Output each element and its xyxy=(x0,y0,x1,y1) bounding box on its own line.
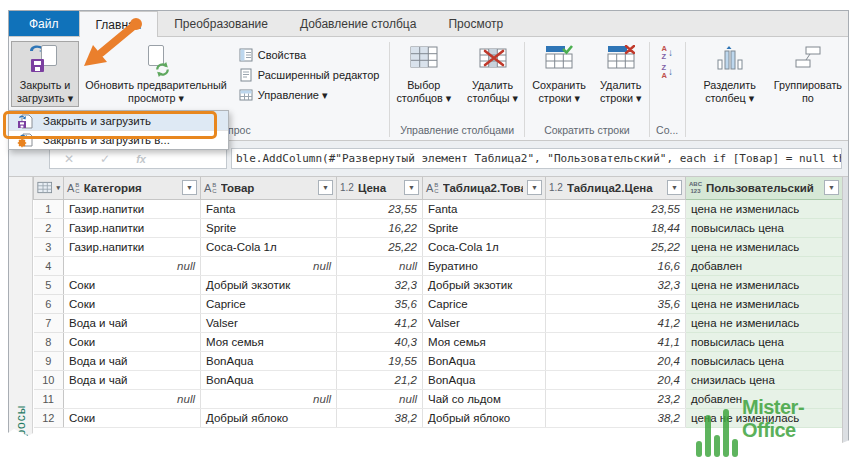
cell[interactable]: null xyxy=(201,389,337,408)
table-corner-button[interactable]: ▾ xyxy=(34,177,64,199)
cell[interactable]: цена не изменилась xyxy=(686,294,843,313)
cell[interactable]: 32,3 xyxy=(337,275,423,294)
refresh-preview-button[interactable]: Обновить предварительный просмотр ▾ xyxy=(79,41,233,107)
cell[interactable]: 19,55 xyxy=(337,351,423,370)
cancel-formula-icon[interactable]: ✕ xyxy=(64,152,74,166)
cell[interactable]: Чай со льдом xyxy=(423,389,546,408)
cell[interactable]: цена не изменилась xyxy=(686,237,843,256)
cell[interactable]: BonAqua xyxy=(423,351,546,370)
row-number[interactable]: 5 xyxy=(34,275,64,294)
cell[interactable]: Valser xyxy=(423,313,546,332)
cell[interactable]: 23,55 xyxy=(546,199,686,218)
row-number[interactable]: 10 xyxy=(34,370,64,389)
cell[interactable]: повысилась цена xyxy=(686,332,843,351)
cell[interactable]: добавлен xyxy=(686,256,843,275)
cell[interactable]: 35,6 xyxy=(546,294,686,313)
cell[interactable]: добавлен xyxy=(686,389,843,408)
cell[interactable]: BonAqua xyxy=(201,351,337,370)
cell[interactable]: Coca-Cola 1л xyxy=(423,237,546,256)
column-header[interactable]: ABC123Пользовательский▼ xyxy=(686,177,843,199)
cell[interactable]: 38,2 xyxy=(546,408,686,427)
queries-pane-collapsed[interactable]: Запросы xyxy=(9,177,33,459)
cell[interactable]: BonAqua xyxy=(423,370,546,389)
tab-transform[interactable]: Преобразование xyxy=(158,11,284,36)
cell[interactable]: 20,4 xyxy=(546,351,686,370)
cell[interactable]: 41,1 xyxy=(546,332,686,351)
cell[interactable]: Coca-Cola 1л xyxy=(201,237,337,256)
advanced-editor-button[interactable]: Расширенный редактор xyxy=(235,65,384,85)
choose-columns-button[interactable]: Выбор столбцов ▾ xyxy=(390,41,457,107)
cell[interactable]: Газир.напитки xyxy=(64,199,201,218)
remove-columns-button[interactable]: Удалить столбцы ▾ xyxy=(461,41,524,107)
vertical-scrollbar[interactable] xyxy=(842,177,848,459)
cell[interactable]: 41,2 xyxy=(546,313,686,332)
tab-add-column[interactable]: Добавление столбца xyxy=(284,11,433,36)
filter-icon[interactable]: ▼ xyxy=(404,180,419,195)
tab-file[interactable]: Файл xyxy=(9,11,79,36)
cell[interactable]: null xyxy=(337,256,423,275)
column-header[interactable]: ABCТовар▼ xyxy=(201,177,337,199)
row-number[interactable]: 9 xyxy=(34,351,64,370)
formula-input[interactable]: ble.AddColumn(#"Развернутый элемент Табл… xyxy=(231,148,842,169)
column-header[interactable]: 1.2Таблица2.Цена▼ xyxy=(546,177,686,199)
cell[interactable]: Газир.напитки xyxy=(64,237,201,256)
menu-item-close-and-load[interactable]: Закрыть и загрузить xyxy=(9,111,228,130)
row-number[interactable]: 11 xyxy=(34,389,64,408)
row-number[interactable]: 1 xyxy=(34,199,64,218)
cell[interactable]: null xyxy=(64,256,201,275)
row-number[interactable]: 3 xyxy=(34,237,64,256)
sort-ascending-button[interactable]: AZ ↓ xyxy=(661,44,672,61)
sort-descending-button[interactable]: ZA ↓ xyxy=(661,63,672,80)
remove-rows-button[interactable]: Удалить строки ▾ xyxy=(594,41,648,107)
row-number[interactable]: 4 xyxy=(34,256,64,275)
cell[interactable]: Добрый яблоко xyxy=(201,408,337,427)
cell[interactable]: Газир.напитки xyxy=(64,218,201,237)
cell[interactable]: цена не изменилась xyxy=(686,408,843,427)
cell[interactable]: Sprite xyxy=(423,218,546,237)
cell[interactable]: 32,3 xyxy=(546,275,686,294)
cell[interactable]: 25,22 xyxy=(546,237,686,256)
cell[interactable]: null xyxy=(337,389,423,408)
properties-button[interactable]: Свойства xyxy=(235,45,384,65)
cell[interactable]: 23,2 xyxy=(546,389,686,408)
cell[interactable]: Fanta xyxy=(423,199,546,218)
cell[interactable]: снизилась цена xyxy=(686,370,843,389)
cell[interactable]: Соки xyxy=(64,332,201,351)
cell[interactable]: цена не изменилась xyxy=(686,199,843,218)
keep-rows-button[interactable]: Сохранить строки ▾ xyxy=(526,41,592,107)
group-by-button[interactable]: Группировать по xyxy=(768,41,848,107)
cell[interactable]: цена не изменилась xyxy=(686,275,843,294)
column-header[interactable]: ABCКатегория▼ xyxy=(64,177,201,199)
cell[interactable]: Добрый экзотик xyxy=(423,275,546,294)
cell[interactable]: 21,2 xyxy=(337,370,423,389)
cell[interactable]: Добрый экзотик xyxy=(201,275,337,294)
cell[interactable]: Добрый яблоко xyxy=(423,408,546,427)
cell[interactable]: Соки xyxy=(64,294,201,313)
row-number[interactable]: 6 xyxy=(34,294,64,313)
cell[interactable]: 18,44 xyxy=(546,218,686,237)
cell[interactable]: 38,2 xyxy=(337,408,423,427)
split-column-button[interactable]: Разделить столбец ▾ xyxy=(697,41,761,107)
cell[interactable]: 40,3 xyxy=(337,332,423,351)
cell[interactable]: 35,6 xyxy=(337,294,423,313)
cell[interactable]: 16,6 xyxy=(546,256,686,275)
cell[interactable]: цена не изменилась xyxy=(686,313,843,332)
cell[interactable]: Вода и чай xyxy=(64,313,201,332)
row-number[interactable]: 12 xyxy=(34,408,64,427)
menu-item-close-and-load-to[interactable]: Закрыть и загрузить в... xyxy=(9,130,228,149)
close-and-load-button[interactable]: Закрыть и загрузить ▾ xyxy=(11,41,79,107)
cell[interactable]: Соки xyxy=(64,275,201,294)
cell[interactable]: null xyxy=(201,256,337,275)
cell[interactable]: 23,55 xyxy=(337,199,423,218)
cell[interactable]: 25,22 xyxy=(337,237,423,256)
cell[interactable]: 16,22 xyxy=(337,218,423,237)
cell[interactable]: BonAqua xyxy=(201,370,337,389)
tab-view[interactable]: Просмотр xyxy=(432,11,519,36)
filter-icon[interactable]: ▼ xyxy=(824,180,839,195)
cell[interactable]: 20,4 xyxy=(546,370,686,389)
cell[interactable]: 41,2 xyxy=(337,313,423,332)
cell[interactable]: Вода и чай xyxy=(64,351,201,370)
cell[interactable]: Sprite xyxy=(201,218,337,237)
cell[interactable]: Соки xyxy=(64,408,201,427)
cell[interactable]: Моя семья xyxy=(201,332,337,351)
